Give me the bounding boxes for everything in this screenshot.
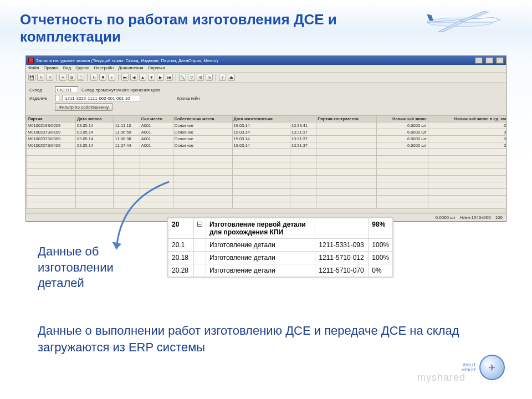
kpi-table: 20 Изготовление первой детали для прохож… [167,217,393,278]
status-dim: H/мн:1540х000 [460,215,490,220]
maximize-button[interactable]: □ [485,57,493,64]
sklad-name: Склад промежуточного хранения цеха [81,88,161,93]
footer-sum: 0.0000 шт [436,215,456,220]
erp-grid[interactable]: ПартияДата запаса Скл.местоСобственник м… [26,115,506,209]
kpi-header-text: Изготовление первой детали для прохожден… [206,218,315,239]
caption-manufacture: Данные об изготовлении деталей [38,244,160,291]
izdelie-picker[interactable] [55,95,59,101]
table-row[interactable]: M0100219S/020903.05.1411:11:10A001Основн… [27,122,507,129]
erp-window: Запас в нн. уровне запаса (Текущий показ… [25,55,507,222]
filter-icon[interactable]: ▽ [188,74,195,81]
menu-group[interactable]: Группа [75,65,89,71]
collapse-icon[interactable] [194,218,206,239]
delete-icon[interactable]: ✖ [99,74,106,81]
refresh-icon[interactable]: ↻ [90,74,98,81]
kpi-header-code [315,218,369,239]
prev-icon[interactable]: ◀ [130,74,137,81]
kpi-header-num: 20 [168,218,194,239]
erp-menubar: Файл Правка Вид Группа Настройн Дополнен… [26,65,506,73]
app-icon [28,58,34,63]
kpi-header-row: 20 Изготовление первой детали для прохож… [168,218,393,239]
exit-icon[interactable]: ⏏ [228,74,235,81]
minimize-button[interactable]: _ [475,57,483,64]
sklad-label: Склад [29,88,52,93]
table-row [27,202,507,209]
brand-logo: IRKUT ИРКУТ ✈ [450,355,516,392]
table-row[interactable]: M0100237S/030903.05.1411:06:38A001Основн… [27,136,507,142]
new-icon[interactable]: ＋ [108,74,115,81]
status-num: 106 [495,215,503,220]
table-row [27,189,507,196]
owner-filter-button[interactable]: Фильтр по собственнику [55,103,112,111]
table-row [27,169,507,176]
close-button[interactable]: × [496,57,504,64]
next-icon[interactable]: ▶ [157,74,164,81]
table-row [27,182,507,189]
izdelie-name: Кронштейн [177,96,200,101]
table-row[interactable]: M0100237S/040903.05.1411:07:44A001Основн… [27,142,507,149]
copy-icon[interactable]: ⧉ [68,74,75,81]
table-row [27,176,507,182]
erp-filter-panel: Склад 062311 Склад промежуточного хранен… [26,83,506,115]
menu-file[interactable]: Файл [28,65,39,71]
menu-help[interactable]: Справка [148,65,165,71]
find-icon[interactable]: 🔍 [179,74,186,81]
save-icon[interactable]: 💾 [28,74,35,81]
erp-titlebar: Запас в нн. уровне запаса (Текущий показ… [26,56,506,65]
help-icon[interactable]: ? [219,74,226,81]
sklad-code-input[interactable]: 062311 [55,86,78,93]
cut-icon[interactable]: ✂ [59,74,66,81]
table-row [27,162,507,169]
table-row [27,149,507,156]
printset-icon[interactable]: ⎙ [46,74,53,81]
slide-title: Отчетность по работам изготовления ДСЕ и… [0,0,344,60]
window-title: Запас в нн. уровне запаса (Текущий показ… [36,58,218,63]
last-icon[interactable]: ⏭ [166,74,173,81]
down-icon[interactable]: ▼ [148,74,155,81]
kpi-row: 20.1Изготовление детали1211-5331-093100% [168,239,393,252]
cfg-icon[interactable]: ⚙ [197,74,204,81]
caption-erp: Данные о выполнении работ изготовлению Д… [38,323,492,355]
menu-addons[interactable]: Дополнения [118,65,143,71]
table-row [27,156,507,162]
menu-edit[interactable]: Правка [44,65,59,71]
export-icon[interactable]: ⇲ [206,74,213,81]
up-icon[interactable]: ▲ [139,74,146,81]
paste-icon[interactable]: 📋 [77,74,84,81]
kpi-header-pct: 98% [369,218,393,239]
izdelie-code-input[interactable]: 1211-3222-1111-002-001 001 10 [63,95,140,101]
grid-header-row: ПартияДата запаса Скл.местоСобственник м… [27,116,507,122]
kpi-row: 20.18Изготовление детали1211-5710-012100… [168,252,393,264]
table-row [27,196,507,202]
izdelie-label: Изделие [29,96,52,101]
table-row[interactable]: M0100237S/010903.05.1411:06:59A001Основн… [27,129,507,136]
kpi-row: 20.28Изготовление детали1211-5710-0700% [168,264,393,277]
logo-icon: ✈ [479,355,505,380]
menu-settings[interactable]: Настройн [94,65,114,71]
first-icon[interactable]: ⏮ [121,74,129,81]
print-icon[interactable]: ⎙ [37,74,44,81]
menu-view[interactable]: Вид [63,65,71,71]
erp-toolbar: 💾 ⎙ ⎙ ✂ ⧉ 📋 ↻ ✖ ＋ ⏮ ◀ ▲ ▼ ▶ ⏭ 🔍 ▽ ⚙ ⇲ ? … [26,73,506,83]
airplane-graphic [410,6,510,39]
